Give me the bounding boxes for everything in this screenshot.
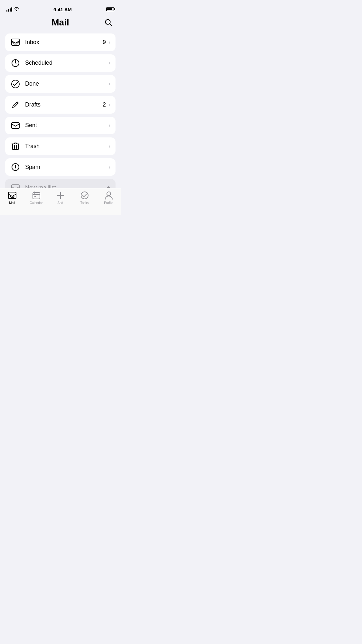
trash-icon	[10, 141, 21, 151]
svg-point-6	[12, 80, 19, 88]
tab-add-label: Add	[58, 201, 63, 205]
search-button[interactable]	[103, 17, 114, 28]
status-time: 9:41 AM	[53, 7, 72, 12]
drafts-chevron: ›	[108, 101, 110, 108]
scheduled-chevron: ›	[108, 60, 110, 66]
status-bar: 9:41 AM	[0, 0, 121, 14]
done-item[interactable]: Done ›	[5, 75, 116, 93]
header: Mail	[0, 14, 121, 33]
scheduled-item[interactable]: Scheduled ›	[5, 54, 116, 72]
tab-tasks-icon	[80, 191, 89, 200]
inbox-chevron: ›	[108, 39, 110, 46]
tab-add-icon	[56, 191, 65, 200]
trash-item[interactable]: Trash ›	[5, 137, 116, 155]
trash-label: Trash	[25, 143, 106, 150]
inbox-label: Inbox	[25, 39, 103, 46]
trash-chevron: ›	[108, 143, 110, 150]
mail-list: Inbox 9 › Scheduled › Done ›	[0, 33, 121, 197]
tab-mail-icon	[8, 191, 17, 200]
done-label: Done	[25, 80, 106, 87]
tab-calendar-icon	[32, 191, 41, 200]
spam-label: Spam	[25, 164, 106, 171]
spam-item[interactable]: Spam ›	[5, 158, 116, 176]
drafts-label: Drafts	[25, 101, 103, 108]
tab-mail-label: Mail	[9, 201, 15, 205]
status-left	[6, 7, 19, 12]
tab-tasks[interactable]: Tasks	[72, 191, 97, 205]
tab-profile-icon	[104, 191, 113, 200]
scheduled-label: Scheduled	[25, 60, 106, 66]
sent-label: Sent	[25, 122, 106, 129]
inbox-item[interactable]: Inbox 9 ›	[5, 33, 116, 51]
svg-point-26	[107, 192, 111, 196]
spam-icon	[10, 162, 21, 172]
tab-bar: Mail Calendar Add	[0, 188, 121, 215]
signal-bars-icon	[6, 7, 12, 12]
page-title: Mail	[18, 17, 103, 28]
done-chevron: ›	[108, 80, 110, 87]
sent-chevron: ›	[108, 122, 110, 129]
battery-icon	[106, 7, 114, 11]
wifi-icon	[14, 7, 19, 12]
drafts-count: 2	[103, 101, 106, 108]
tab-calendar-label: Calendar	[30, 201, 43, 205]
status-right	[106, 7, 114, 11]
svg-point-0	[106, 20, 110, 24]
inbox-count: 9	[103, 39, 106, 46]
sent-item[interactable]: Sent ›	[5, 117, 116, 135]
tab-mail[interactable]: Mail	[0, 191, 24, 205]
svg-rect-18	[33, 192, 40, 199]
drafts-icon	[10, 99, 21, 110]
tab-profile[interactable]: Profile	[97, 191, 121, 205]
svg-point-25	[81, 192, 88, 199]
svg-line-1	[110, 24, 112, 26]
done-icon	[10, 79, 21, 89]
tab-tasks-label: Tasks	[80, 201, 89, 205]
svg-rect-8	[12, 123, 19, 128]
tab-profile-label: Profile	[104, 201, 113, 205]
drafts-item[interactable]: Drafts 2 ›	[5, 96, 116, 114]
scheduled-icon	[10, 58, 21, 68]
svg-point-15	[15, 169, 16, 169]
svg-rect-9	[13, 144, 18, 150]
inbox-icon	[10, 37, 21, 47]
spam-chevron: ›	[108, 164, 110, 171]
tab-add[interactable]: Add	[48, 191, 72, 205]
svg-rect-22	[34, 196, 36, 197]
tab-calendar[interactable]: Calendar	[24, 191, 48, 205]
sent-icon	[10, 120, 21, 131]
